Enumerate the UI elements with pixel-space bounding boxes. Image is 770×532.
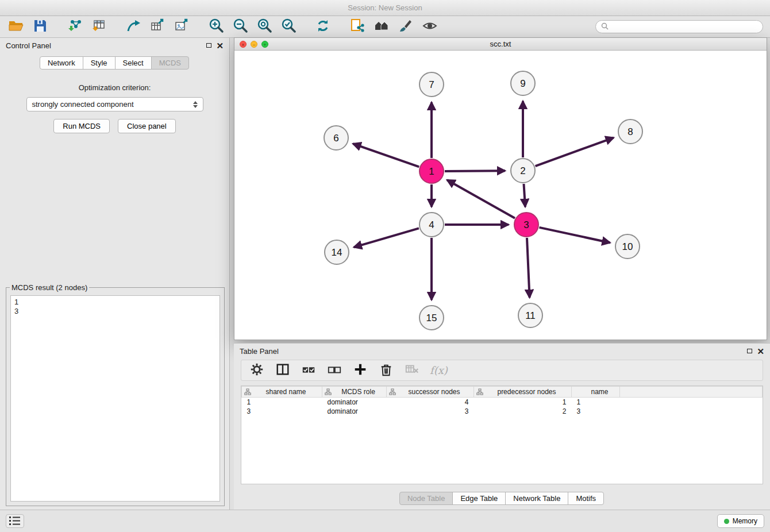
network-from-selection-button[interactable]	[348, 18, 367, 36]
search-box[interactable]	[595, 20, 763, 33]
table-panel-header: Table Panel ✕	[234, 344, 770, 358]
column-header-successor-nodes[interactable]: successor nodes	[387, 387, 474, 398]
zoom-in-button[interactable]	[207, 18, 225, 36]
select-all-rows-button[interactable]	[301, 363, 317, 379]
control-panel: Control Panel ✕ Network Style Select MCD…	[0, 38, 230, 510]
style-paint-button[interactable]	[396, 18, 415, 36]
eye-icon	[422, 18, 438, 36]
graph-node-4[interactable]: 4	[419, 213, 444, 237]
close-window-icon[interactable]: ×	[240, 41, 247, 48]
graph-node-9[interactable]: 9	[511, 71, 535, 95]
network-graph[interactable]: 7968124314101511	[234, 51, 767, 340]
graph-edge-1-2[interactable]	[445, 171, 505, 171]
window-titlebar[interactable]: Session: New Session	[0, 0, 770, 16]
column-settings-button[interactable]	[249, 363, 265, 379]
network-canvas[interactable]: 7968124314101511	[234, 51, 767, 340]
graph-node-7[interactable]: 7	[419, 72, 444, 97]
graph-node-1[interactable]: 1	[419, 159, 444, 183]
delete-column-button[interactable]	[378, 363, 394, 379]
column-header-name[interactable]: name	[572, 387, 620, 398]
deselect-all-rows-button[interactable]	[326, 363, 342, 379]
graph-edge-4-14[interactable]	[354, 228, 419, 247]
graph-edge-3-11[interactable]	[527, 238, 530, 298]
export-network-button[interactable]	[124, 18, 143, 36]
graph-node-3[interactable]: 3	[514, 213, 538, 237]
table-header-row: shared name MCDS role successor nodes pr…	[242, 387, 763, 398]
add-column-button[interactable]	[352, 363, 368, 379]
graph-edge-1-6[interactable]	[353, 144, 419, 167]
show-hide-button[interactable]	[421, 18, 439, 36]
node-table[interactable]: shared name MCDS role successor nodes pr…	[241, 385, 763, 484]
tab-network-table[interactable]: Network Table	[505, 492, 568, 505]
first-neighbors-button[interactable]	[372, 18, 391, 36]
mcds-result-text[interactable]: 1 3	[10, 295, 220, 502]
run-mcds-button[interactable]: Run MCDS	[53, 119, 110, 133]
graph-edge-3-10[interactable]	[540, 228, 610, 243]
maximize-window-icon[interactable]: +	[261, 41, 268, 48]
apply-layout-button[interactable]	[314, 18, 332, 36]
tab-network[interactable]: Network	[40, 56, 83, 70]
open-session-button[interactable]	[7, 18, 25, 36]
graph-node-10[interactable]: 10	[615, 234, 640, 259]
criterion-dropdown[interactable]: strongly connected component	[26, 97, 203, 111]
export-image-button[interactable]	[172, 18, 191, 36]
table-row[interactable]: 3dominator323	[242, 407, 763, 416]
zoom-out-button[interactable]	[231, 18, 249, 36]
graph-edge-2-3[interactable]	[524, 184, 526, 207]
dropdown-stepper-icon	[193, 101, 198, 108]
import-table-button[interactable]	[90, 18, 108, 36]
column-header-shared-name[interactable]: shared name	[242, 387, 322, 398]
zoom-selected-button[interactable]	[279, 18, 298, 36]
float-table-panel-icon[interactable]	[747, 349, 752, 353]
memory-button[interactable]: Memory	[717, 514, 764, 528]
close-panel-button[interactable]: Close panel	[118, 119, 176, 133]
float-panel-icon[interactable]	[206, 43, 211, 48]
search-input[interactable]	[612, 22, 757, 32]
svg-text:15: 15	[426, 313, 437, 323]
cell-_empty	[620, 407, 763, 416]
cell-shared_name: 1	[242, 398, 322, 407]
control-panel-title: Control Panel	[6, 41, 51, 50]
table-row[interactable]: 1dominator411	[242, 398, 763, 407]
graph-node-8[interactable]: 8	[618, 119, 642, 144]
import-network-button[interactable]	[66, 18, 84, 36]
zoom-fit-button[interactable]	[255, 18, 274, 36]
column-header-empty	[620, 387, 763, 398]
save-session-button[interactable]	[31, 18, 49, 36]
column-type-icon	[325, 388, 332, 397]
memory-status-icon	[724, 519, 729, 524]
column-header-predecessor-nodes[interactable]: predecessor nodes	[474, 387, 572, 398]
close-table-panel-icon[interactable]: ✕	[757, 347, 764, 356]
columns-icon	[275, 362, 290, 379]
tab-mcds[interactable]: MCDS	[151, 56, 189, 70]
export-table-button[interactable]	[148, 18, 167, 36]
tab-edge-table[interactable]: Edge Table	[452, 492, 506, 505]
close-panel-icon[interactable]: ✕	[216, 41, 224, 50]
graph-node-2[interactable]: 2	[511, 159, 535, 183]
tab-select[interactable]: Select	[115, 56, 152, 70]
svg-text:6: 6	[333, 133, 338, 144]
graph-node-15[interactable]: 15	[419, 306, 444, 330]
graph-edge-2-8[interactable]	[536, 138, 614, 167]
network-window-titlebar[interactable]: × − + scc.txt	[234, 38, 767, 51]
graph-node-14[interactable]: 14	[325, 240, 349, 264]
cell-mcds_role: dominator	[322, 398, 387, 407]
cell-name: 1	[572, 398, 620, 407]
function-builder-button[interactable]: f(x)	[430, 363, 448, 379]
tab-node-table[interactable]: Node Table	[399, 492, 453, 505]
tab-style[interactable]: Style	[83, 56, 116, 70]
graph-node-6[interactable]: 6	[324, 126, 348, 150]
minimize-window-icon[interactable]: −	[251, 41, 257, 48]
graph-edge-3-1[interactable]	[447, 180, 515, 218]
column-header-mcds-role[interactable]: MCDS role	[322, 387, 387, 398]
export-group	[124, 18, 191, 36]
task-history-button[interactable]	[6, 514, 24, 528]
delete-table-button[interactable]	[404, 363, 420, 379]
page-network-icon	[349, 18, 365, 36]
zoom-in-icon	[208, 18, 224, 36]
status-bar: Memory	[0, 510, 770, 532]
trash-icon	[379, 362, 394, 379]
toggle-column-display-button[interactable]	[275, 363, 291, 379]
graph-node-11[interactable]: 11	[518, 303, 542, 327]
tab-motifs[interactable]: Motifs	[568, 492, 604, 505]
